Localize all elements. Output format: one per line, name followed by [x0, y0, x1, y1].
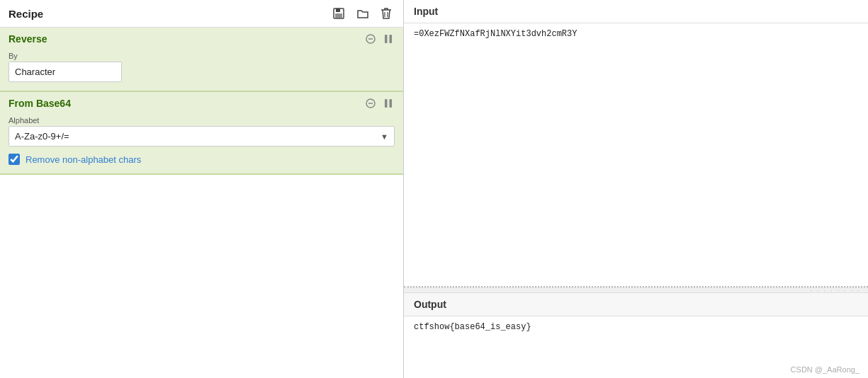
operation-from-base64: From Base64: [0, 92, 403, 175]
reverse-by-input[interactable]: [9, 62, 122, 82]
from-base64-pause-button[interactable]: [382, 98, 395, 109]
delete-button[interactable]: [378, 6, 395, 21]
recipe-actions: [329, 6, 395, 21]
operation-reverse-controls: [363, 33, 395, 45]
svg-rect-1: [336, 8, 340, 12]
output-header: Output: [404, 293, 868, 316]
operation-from-base64-controls: [363, 98, 395, 109]
right-panel: Input =0XezFWZfNXafRjNlNXYit3dvh2cmR3Y ·…: [404, 0, 868, 378]
alphabet-label: Alphabet: [9, 116, 395, 125]
operation-reverse-title: Reverse: [9, 33, 47, 45]
recipe-content: Reverse: [0, 28, 403, 378]
svg-rect-2: [335, 13, 342, 18]
remove-nonalpha-row: Remove non-alphabet chars: [9, 154, 395, 165]
svg-rect-7: [385, 35, 388, 43]
recipe-header: Recipe: [0, 0, 403, 28]
alphabet-select[interactable]: A-Za-z0-9+/= A-Za-z0-9-_=: [9, 127, 394, 146]
operation-from-base64-header: From Base64: [0, 92, 403, 113]
svg-rect-8: [390, 35, 393, 43]
panel-divider[interactable]: · · · · · · · ·: [404, 287, 868, 293]
recipe-title: Recipe: [9, 8, 43, 20]
svg-rect-11: [385, 99, 388, 108]
operation-reverse-header: Reverse: [0, 28, 403, 49]
input-header: Input: [404, 0, 868, 23]
operation-reverse: Reverse: [0, 28, 403, 92]
open-button[interactable]: [354, 6, 372, 21]
from-base64-disable-button[interactable]: [363, 98, 378, 109]
input-section: Input =0XezFWZfNXafRjNlNXYit3dvh2cmR3Y: [404, 0, 868, 287]
remove-nonalpha-checkbox[interactable]: [9, 154, 20, 165]
reverse-pause-button[interactable]: [382, 33, 395, 45]
input-content[interactable]: =0XezFWZfNXafRjNlNXYit3dvh2cmR3Y: [404, 23, 868, 45]
operation-from-base64-title: From Base64: [9, 98, 71, 109]
remove-nonalpha-label[interactable]: Remove non-alphabet chars: [26, 154, 141, 165]
alphabet-select-wrapper: A-Za-z0-9+/= A-Za-z0-9-_= ▼: [9, 126, 395, 147]
operation-from-base64-body: Alphabet A-Za-z0-9+/= A-Za-z0-9-_= ▼ Rem…: [0, 113, 403, 173]
reverse-by-label: By: [9, 52, 395, 60]
operation-reverse-body: By: [0, 49, 403, 91]
reverse-disable-button[interactable]: [363, 33, 378, 45]
output-content[interactable]: ctfshow{base64_is_easy}: [404, 316, 868, 338]
save-button[interactable]: [329, 6, 348, 21]
svg-rect-12: [390, 99, 393, 108]
watermark: CSDN @_AaRong_: [791, 365, 859, 374]
left-panel: Recipe: [0, 0, 404, 378]
